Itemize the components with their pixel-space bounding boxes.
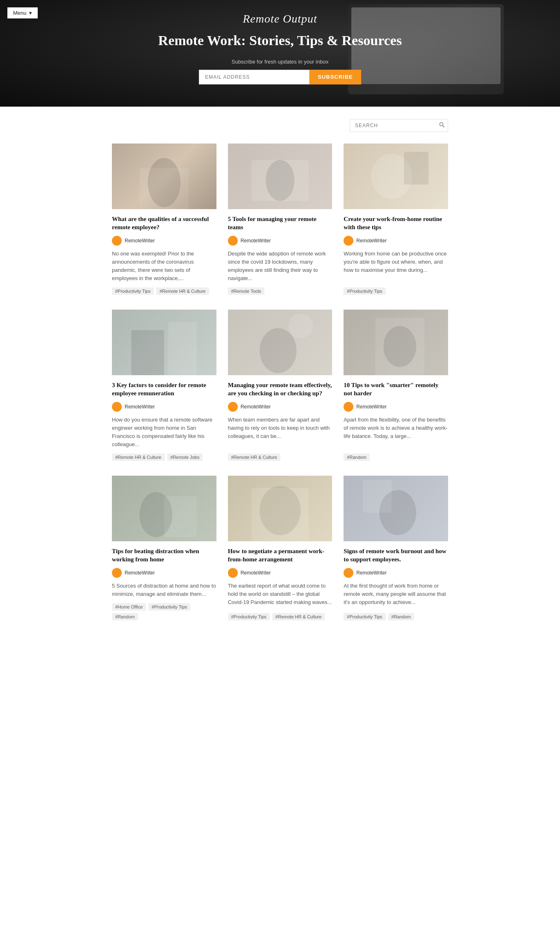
article-excerpt: Working from home can be productive once… xyxy=(344,250,448,283)
article-excerpt: How do you ensure that a remote software… xyxy=(112,416,216,449)
tag[interactable]: #Remote HR & Culture xyxy=(156,287,209,295)
author-row: RemoteWriter xyxy=(228,568,332,578)
svg-point-14 xyxy=(384,326,417,367)
articles-grid: What are the qualities of a successful r… xyxy=(112,144,448,620)
svg-point-18 xyxy=(260,486,300,535)
tag[interactable]: #Productivity Tips xyxy=(148,603,190,611)
svg-rect-3 xyxy=(139,168,189,209)
svg-point-12 xyxy=(288,314,313,338)
tag[interactable]: #Remote HR & Culture xyxy=(272,613,325,620)
article-title: 3 Key factors to consider for remote emp… xyxy=(112,381,216,398)
tag[interactable]: #Productivity Tips xyxy=(112,287,154,295)
svg-point-6 xyxy=(266,160,294,201)
article-image-8 xyxy=(228,476,332,541)
article-title: Tips for beating distraction when workin… xyxy=(112,547,216,564)
search-button[interactable] xyxy=(439,122,445,129)
tag[interactable]: #Remote HR & Culture xyxy=(228,454,281,461)
search-row xyxy=(112,119,448,132)
article-image-4 xyxy=(112,310,216,375)
tag[interactable]: #Random xyxy=(344,454,370,461)
author-row: RemoteWriter xyxy=(112,568,216,578)
author-row: RemoteWriter xyxy=(344,402,448,412)
author-row: RemoteWriter xyxy=(228,402,332,412)
article-excerpt: The earliest report of what would come t… xyxy=(228,582,332,608)
article-image-7 xyxy=(112,476,216,541)
author-avatar xyxy=(344,236,353,246)
subscribe-form: SUBSCRIBE xyxy=(8,70,552,84)
author-row: RemoteWriter xyxy=(112,236,216,246)
author-name: RemoteWriter xyxy=(125,238,155,244)
author-row: RemoteWriter xyxy=(344,236,448,246)
article-excerpt: At the first thought of work from home o… xyxy=(344,582,448,608)
search-input[interactable] xyxy=(350,119,448,132)
header-headline: Remote Work: Stories, Tips & Resources xyxy=(8,32,552,50)
tag[interactable]: #Home Office xyxy=(112,603,146,611)
tag[interactable]: #Remote Tools xyxy=(228,287,264,295)
article-excerpt: Despite the wide adoption of remote work… xyxy=(228,250,332,283)
article-title: 10 Tips to work "smarter" remotely not h… xyxy=(344,381,448,398)
author-avatar xyxy=(112,236,122,246)
subscribe-label: Subscribe for fresh updates in your inbo… xyxy=(8,59,552,65)
article-title: How to negotiate a permanent work-from-h… xyxy=(228,547,332,564)
article-title: Managing your remote team effectively, a… xyxy=(228,381,332,398)
svg-rect-16 xyxy=(164,496,197,537)
article-excerpt: No one was exempted! Prior to the announ… xyxy=(112,250,216,283)
tags-row: #Remote HR & Culture#Remote Jobs xyxy=(112,454,216,461)
svg-point-11 xyxy=(260,328,296,373)
author-name: RemoteWriter xyxy=(125,404,155,410)
article-image-3 xyxy=(344,144,448,209)
author-avatar xyxy=(344,402,353,412)
author-avatar xyxy=(344,568,353,578)
tags-row: #Productivity Tips#Remote HR & Culture xyxy=(228,613,332,620)
tag[interactable]: #Remote HR & Culture xyxy=(112,454,165,461)
author-name: RemoteWriter xyxy=(241,404,271,410)
article-card: Managing your remote team effectively, a… xyxy=(228,310,332,461)
article-card: What are the qualities of a successful r… xyxy=(112,144,216,295)
tag[interactable]: #Random xyxy=(388,613,414,620)
author-avatar xyxy=(228,236,238,246)
article-card: 3 Key factors to consider for remote emp… xyxy=(112,310,216,461)
tags-row: #Remote Tools xyxy=(228,287,332,295)
tags-row: #Home Office#Productivity Tips#Random xyxy=(112,603,216,620)
tag[interactable]: #Productivity Tips xyxy=(344,287,385,295)
search-wrap xyxy=(350,119,448,132)
author-name: RemoteWriter xyxy=(125,570,155,576)
tag[interactable]: #Productivity Tips xyxy=(228,613,270,620)
article-image-6 xyxy=(344,310,448,375)
article-image-9 xyxy=(344,476,448,541)
tags-row: #Productivity Tips#Remote HR & Culture xyxy=(112,287,216,295)
author-row: RemoteWriter xyxy=(112,402,216,412)
svg-line-1 xyxy=(443,125,444,127)
author-name: RemoteWriter xyxy=(356,404,387,410)
site-title: Remote Output xyxy=(8,12,552,25)
author-row: RemoteWriter xyxy=(344,568,448,578)
article-card: How to negotiate a permanent work-from-h… xyxy=(228,476,332,620)
article-title: What are the qualities of a successful r… xyxy=(112,215,216,232)
svg-point-0 xyxy=(440,123,443,126)
tag[interactable]: #Remote Jobs xyxy=(167,454,203,461)
article-title: 5 Tools for managing your remote teams xyxy=(228,215,332,232)
author-avatar xyxy=(112,402,122,412)
article-image-5 xyxy=(228,310,332,375)
article-card: Tips for beating distraction when workin… xyxy=(112,476,216,620)
subscribe-button[interactable]: SUBSCRIBE xyxy=(310,70,361,84)
tags-row: #Productivity Tips xyxy=(344,287,448,295)
article-excerpt: When team members are far apart and havi… xyxy=(228,416,332,449)
article-card: 5 Tools for managing your remote teamsRe… xyxy=(228,144,332,295)
article-image-2 xyxy=(228,144,332,209)
svg-rect-20 xyxy=(363,480,392,513)
author-name: RemoteWriter xyxy=(356,570,387,576)
article-card: Create your work-from-home routine with … xyxy=(344,144,448,295)
site-header: Menu Remote Output Remote Work: Stories,… xyxy=(0,0,560,107)
article-image-1 xyxy=(112,144,216,209)
author-row: RemoteWriter xyxy=(228,236,332,246)
article-title: Signs of remote work burnout and how to … xyxy=(344,547,448,564)
author-name: RemoteWriter xyxy=(241,570,271,576)
tag[interactable]: #Random xyxy=(112,613,138,620)
email-input[interactable] xyxy=(199,70,310,84)
tag[interactable]: #Productivity Tips xyxy=(344,613,385,620)
article-excerpt: Apart from the flexibility, one of the b… xyxy=(344,416,448,449)
menu-button[interactable]: Menu xyxy=(7,7,38,18)
article-title: Create your work-from-home routine with … xyxy=(344,215,448,232)
search-icon xyxy=(439,122,445,128)
